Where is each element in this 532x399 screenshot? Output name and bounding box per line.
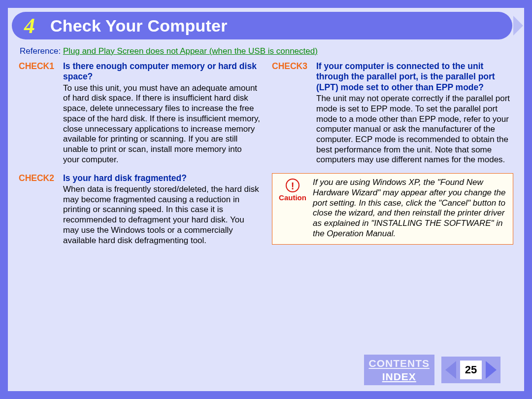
contents-button[interactable]: CONTENTS [369,358,430,369]
reference-line: Reference: Plug and Play Screen does not… [8,39,524,58]
check2-block: CHECK2 Is your hard disk fragmented? Whe… [19,173,260,246]
caution-icon: ! [286,179,299,192]
right-column: CHECK3 If your computer is connected to … [272,61,513,254]
check3-block: CHECK3 If your computer is connected to … [272,61,513,165]
check1-body: To use this unit, you must have an adequ… [19,83,260,165]
header-arrow-icon [513,16,523,36]
index-button[interactable]: INDEX [382,371,416,382]
reference-link[interactable]: Plug and Play Screen does not Appear (wh… [63,46,318,56]
check3-question: If your computer is connected to the uni… [316,61,513,93]
check1-label: CHECK1 [19,61,63,82]
footer-nav: CONTENTS INDEX 25 [364,355,501,385]
check2-question: Is your hard disk fragmented? [63,173,187,183]
caution-box: ! Caution If you are using Windows XP, t… [272,173,513,244]
paginator: 25 [441,357,500,383]
page-frame: 4 Check Your Computer Reference: Plug an… [0,0,532,399]
chapter-number-badge: 4 [16,12,43,39]
nav-buttons: CONTENTS INDEX [364,355,435,385]
prev-page-arrow-icon[interactable] [445,361,456,379]
caution-body: If you are using Windows XP, the "Found … [313,178,506,239]
left-column: CHECK1 Is there enough computer memory o… [19,61,260,254]
check1-question: Is there enough computer memory or hard … [63,61,260,82]
caution-label: Caution [277,193,308,202]
chapter-header: 4 Check Your Computer [12,12,512,39]
caution-badge: ! Caution [277,178,308,239]
check1-block: CHECK1 Is there enough computer memory o… [19,61,260,165]
check2-label: CHECK2 [19,173,63,183]
next-page-arrow-icon[interactable] [486,361,497,379]
reference-label: Reference: [20,46,61,56]
content-columns: CHECK1 Is there enough computer memory o… [8,58,524,254]
page-number: 25 [460,361,482,379]
check3-label: CHECK3 [272,61,316,93]
check2-body: When data is frequently stored/deleted, … [19,184,260,246]
chapter-title: Check Your Computer [50,16,228,36]
check3-body: The unit may not operate correctly if th… [272,94,513,165]
